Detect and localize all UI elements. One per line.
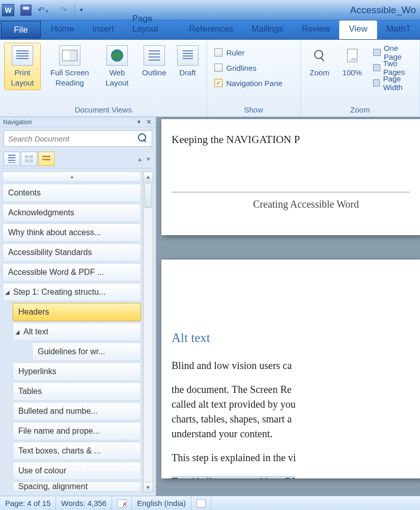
next-result-button[interactable]: ▾ [145, 155, 152, 163]
status-words[interactable]: Words: 4,356 [56, 496, 112, 510]
outline-button[interactable]: Outline [138, 43, 170, 90]
doc-icon [197, 499, 206, 507]
prev-result-button[interactable]: ▴ [136, 155, 144, 163]
heading-alt-text: Alt text [172, 331, 410, 345]
page-width-icon [373, 79, 380, 87]
print-layout-button[interactable]: Print Layout [4, 43, 41, 90]
web-layout-icon [106, 45, 128, 66]
tab-file[interactable]: File [1, 21, 41, 38]
body-text: Keeping the NAVIGATION P [172, 133, 410, 146]
scroll-thumb[interactable] [145, 183, 152, 208]
search-input[interactable] [4, 130, 152, 147]
document-area[interactable]: Keeping the NAVIGATION P Creating Access… [156, 117, 420, 496]
tab-references[interactable]: References [180, 21, 242, 39]
heading-item[interactable]: Contents [3, 184, 141, 202]
heading-item[interactable]: Hyperlinks [13, 362, 141, 381]
tab-mailings[interactable]: Mailings [242, 21, 292, 39]
heading-item[interactable]: Why think about access... [3, 223, 141, 242]
collapse-icon[interactable]: ◢ [15, 329, 21, 335]
tab-view[interactable]: View [339, 20, 377, 39]
jump-to-top-button[interactable]: ▴ [3, 172, 141, 182]
word-app-icon: W [2, 4, 14, 16]
draft-button[interactable]: Draft [173, 43, 203, 90]
group-label: Zoom [305, 104, 415, 116]
heading-item[interactable]: Bulleted and numbe... [13, 402, 141, 420]
zoom-icon [309, 45, 330, 66]
gridlines-checkbox[interactable]: Gridlines [214, 60, 293, 75]
ribbon-tabs: File Home Insert Page Layout References … [0, 20, 420, 40]
group-show: Ruler Gridlines ✓ Navigation Pane Show [207, 40, 301, 117]
one-page-icon [373, 49, 381, 56]
status-spelling[interactable] [112, 496, 132, 510]
body-text: the document. The Screen Re [172, 382, 410, 397]
spellcheck-icon [117, 499, 126, 507]
navigation-pane-checkbox[interactable]: ✓ Navigation Pane [214, 75, 293, 91]
tab-home[interactable]: Home [42, 21, 83, 39]
body-text: To add all text to an object, RI [172, 474, 410, 478]
chevron-down-icon[interactable]: ▼ [136, 119, 142, 125]
heading-item[interactable]: Accessible Word & PDF ... [3, 263, 141, 281]
heading-item[interactable]: ◢Alt text [13, 323, 141, 341]
heading-item[interactable]: Spacing, alignment [13, 481, 141, 492]
heading-item[interactable]: Tables [13, 382, 141, 401]
nav-view-tabs: ▴ ▾ [0, 150, 156, 168]
title-bar: W ↶▾ ↷ ▾ Accessible_Wo [0, 0, 420, 20]
heading-item[interactable]: File name and prope... [13, 422, 141, 440]
collapse-icon[interactable]: ◢ [5, 289, 11, 296]
qat-customize-button[interactable]: ▾ [78, 7, 85, 13]
group-zoom: Zoom 100% One Page Two Pages Page Width … [301, 40, 420, 117]
main-area: Navigation ▼ ✕ ▴ ▾ ▴ Contents Acknowledg… [0, 117, 420, 496]
outline-icon [144, 45, 165, 66]
heading-item[interactable]: Text boxes, charts & ... [13, 442, 141, 460]
heading-item[interactable]: Accessibility Standards [3, 243, 141, 262]
tab-insert[interactable]: Insert [83, 21, 123, 39]
status-bar: Page: 4 of 15 Words: 4,356 English (Indi… [0, 496, 420, 510]
search-icon[interactable] [137, 133, 149, 144]
tab-mathtype[interactable]: MathT [377, 21, 420, 39]
nav-tab-pages[interactable] [21, 152, 37, 166]
nav-tab-results[interactable] [38, 152, 54, 166]
navpane-title: Navigation [3, 119, 32, 126]
tab-review[interactable]: Review [293, 21, 340, 39]
one-page-button[interactable]: One Page [373, 45, 412, 60]
document-page[interactable]: Alt text Blind and low vision users ca t… [161, 260, 420, 478]
heading-item[interactable]: ◢Step 1: Creating structu... [3, 283, 141, 301]
body-text: called alt text provided by you [172, 397, 410, 412]
heading-item-selected[interactable]: Headers [13, 303, 141, 321]
chevron-down-icon[interactable]: ▾ [44, 9, 50, 14]
document-page[interactable]: Keeping the NAVIGATION P Creating Access… [161, 119, 420, 235]
full-screen-icon [59, 45, 80, 66]
zoom-100-button[interactable]: 100% [338, 43, 367, 93]
full-screen-reading-button[interactable]: Full Screen Reading [44, 43, 96, 90]
zoom-button[interactable]: Zoom [305, 43, 334, 93]
scroll-down-button[interactable]: ▼ [144, 482, 153, 492]
nav-tab-headings[interactable] [4, 152, 20, 166]
checkbox-icon [214, 64, 222, 72]
highlighted-text: To add all text to an object, RI [172, 476, 295, 478]
heading-item[interactable]: Acknowledgments [3, 204, 141, 222]
heading-item[interactable]: Guidelines for wr... [32, 343, 141, 361]
navigation-pane: Navigation ▼ ✕ ▴ ▾ ▴ Contents Acknowledg… [0, 117, 156, 496]
page-width-button[interactable]: Page Width [373, 75, 412, 91]
status-language[interactable]: English (India) [132, 496, 191, 510]
two-pages-button[interactable]: Two Pages [373, 60, 412, 75]
ruler-checkbox[interactable]: Ruler [214, 45, 293, 60]
footer-text: Creating Accessible Word [172, 192, 410, 210]
web-layout-button[interactable]: Web Layout [99, 43, 135, 90]
search-field[interactable] [4, 134, 137, 143]
heading-list: ▴ Contents Acknowledgments Why think abo… [3, 172, 141, 493]
close-icon[interactable]: ✕ [145, 118, 153, 126]
ribbon: Print Layout Full Screen Reading Web Lay… [0, 40, 420, 117]
redo-button[interactable]: ↷ [56, 4, 71, 16]
print-layout-icon [12, 45, 33, 66]
undo-button[interactable]: ↶▾ [34, 4, 54, 16]
status-extra[interactable] [191, 496, 211, 510]
status-page[interactable]: Page: 4 of 15 [0, 496, 56, 510]
tab-page-layout[interactable]: Page Layout [123, 11, 180, 39]
scroll-up-button[interactable]: ▲ [144, 172, 153, 182]
heading-item[interactable]: Use of colour [13, 462, 141, 480]
checkbox-icon [214, 48, 222, 56]
save-button[interactable] [20, 5, 32, 16]
body-text: Blind and low vision users ca [172, 358, 410, 373]
scrollbar[interactable]: ▲ ▼ [143, 172, 153, 493]
